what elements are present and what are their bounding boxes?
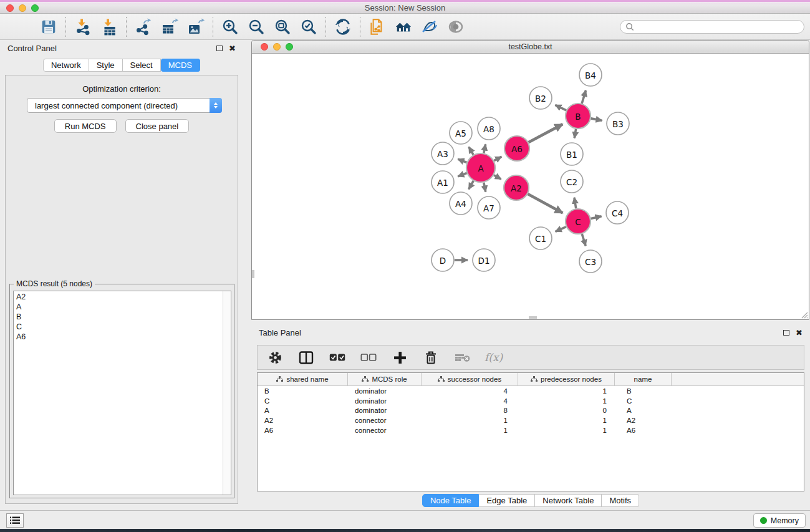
import-network-button[interactable] <box>74 18 92 36</box>
refresh-button[interactable] <box>334 18 352 36</box>
edge-A-A8[interactable] <box>484 144 486 153</box>
result-item[interactable]: A6 <box>14 332 223 342</box>
float-panel-icon[interactable] <box>216 46 223 51</box>
table-row[interactable]: A2connector11A2 <box>258 415 804 425</box>
edge-A-A7[interactable] <box>484 183 486 192</box>
node-A5[interactable]: A5 <box>450 122 472 144</box>
minimize-window-button[interactable] <box>19 4 26 12</box>
node-A6[interactable]: A6 <box>504 136 529 161</box>
edge-A-A4[interactable] <box>469 181 474 189</box>
edge-B-B3[interactable] <box>591 118 602 120</box>
network-maximize-button[interactable] <box>286 43 293 51</box>
node-B3[interactable]: B3 <box>607 112 629 135</box>
table-row[interactable]: A6connector11A6 <box>258 425 804 435</box>
edge-A-A5[interactable] <box>469 147 473 155</box>
horizontal-scroll-mark[interactable] <box>529 316 537 319</box>
node-B2[interactable]: B2 <box>529 87 552 109</box>
edge-A6-B[interactable] <box>529 124 563 142</box>
export-network-button[interactable] <box>135 18 152 36</box>
network-window-titlebar[interactable]: testGlobe.txt <box>252 41 809 54</box>
zoom-fit-button[interactable] <box>274 18 291 36</box>
edge-C-C3[interactable] <box>582 234 586 246</box>
node-D1[interactable]: D1 <box>473 249 495 271</box>
delete-column-button[interactable] <box>422 349 440 366</box>
export-table-button[interactable] <box>161 18 178 36</box>
task-history-button[interactable] <box>6 513 24 528</box>
column-header-shared-name[interactable]: shared name <box>258 373 348 385</box>
node-A2[interactable]: A2 <box>504 175 529 200</box>
zoom-out-button[interactable] <box>248 18 265 36</box>
column-view-button[interactable] <box>297 349 315 366</box>
zoom-in-button[interactable] <box>221 18 239 36</box>
hide-labels-button[interactable] <box>421 18 438 36</box>
home-view-button[interactable] <box>395 18 412 36</box>
list-scrollbar[interactable] <box>223 291 231 495</box>
zoom-selected-button[interactable] <box>300 18 317 36</box>
node-B[interactable]: B <box>566 104 591 128</box>
run-mcds-button[interactable]: Run MCDS <box>54 119 117 133</box>
node-C1[interactable]: C1 <box>529 227 552 249</box>
node-A1[interactable]: A1 <box>432 171 454 193</box>
edge-C-C2[interactable] <box>574 198 576 209</box>
node-B4[interactable]: B4 <box>579 64 602 86</box>
node-A4[interactable]: A4 <box>450 192 472 215</box>
edge-A-A1[interactable] <box>458 173 466 176</box>
add-column-button[interactable] <box>391 349 408 366</box>
network-canvas[interactable]: AA1A2A3A4A5A6A7A8BB1B2B3B4CC1C2C3C4DD1 <box>252 54 809 319</box>
result-item[interactable]: C <box>14 322 223 332</box>
column-header-predecessor-nodes[interactable]: predecessor nodes <box>518 373 615 385</box>
edge-A2-C[interactable] <box>528 194 562 213</box>
table-row[interactable]: Bdominator41B <box>258 386 804 396</box>
function-builder-button[interactable]: f(x) <box>485 351 503 364</box>
node-C3[interactable]: C3 <box>579 250 602 273</box>
node-C2[interactable]: C2 <box>561 170 583 193</box>
node-A7[interactable]: A7 <box>478 196 500 219</box>
resize-grip-icon[interactable] <box>800 311 808 319</box>
edge-C-C1[interactable] <box>556 227 566 232</box>
maximize-window-button[interactable] <box>31 4 39 12</box>
duplicate-network-button[interactable] <box>369 18 386 36</box>
search-input[interactable] <box>637 22 799 31</box>
edge-A-A2[interactable] <box>494 175 501 180</box>
result-item[interactable]: A <box>14 302 223 312</box>
table-settings-button[interactable] <box>266 349 284 366</box>
tab-network[interactable]: Network <box>43 59 89 72</box>
node-table[interactable]: shared nameMCDS rolesuccessor nodesprede… <box>257 372 804 491</box>
result-item[interactable]: B <box>14 312 223 322</box>
tab-style[interactable]: Style <box>89 59 123 72</box>
vertical-scroll-mark[interactable] <box>252 270 254 278</box>
node-A3[interactable]: A3 <box>432 142 454 165</box>
column-header-successor-nodes[interactable]: successor nodes <box>422 373 518 385</box>
network-minimize-button[interactable] <box>273 43 281 51</box>
deselect-all-checks-button[interactable] <box>360 349 377 366</box>
node-C[interactable]: C <box>566 209 591 234</box>
table-row[interactable]: Cdominator41C <box>258 396 804 406</box>
column-header-name[interactable]: name <box>615 373 672 385</box>
node-B1[interactable]: B1 <box>561 143 583 165</box>
tab-node-table[interactable]: Node Table <box>422 494 480 507</box>
result-item[interactable]: A2 <box>14 292 223 302</box>
close-panel-button[interactable]: Close panel <box>125 119 190 133</box>
search-box[interactable] <box>620 20 804 34</box>
edge-B-B2[interactable] <box>555 105 566 110</box>
tab-network-table[interactable]: Network Table <box>535 494 602 507</box>
memory-button[interactable]: Memory <box>753 513 806 528</box>
column-header-MCDS-role[interactable]: MCDS role <box>348 373 422 385</box>
delete-table-button[interactable] <box>453 349 471 366</box>
optimization-criterion-dropdown[interactable]: largest connected component (directed) <box>27 98 222 113</box>
select-all-checks-button[interactable] <box>329 349 346 366</box>
edge-A-A6[interactable] <box>494 157 501 160</box>
close-table-panel-icon[interactable]: ✖ <box>796 329 803 337</box>
tab-select[interactable]: Select <box>123 59 161 72</box>
tab-edge-table[interactable]: Edge Table <box>479 494 535 507</box>
tab-motifs[interactable]: Motifs <box>602 494 639 507</box>
node-A8[interactable]: A8 <box>478 117 500 140</box>
float-table-panel-icon[interactable] <box>783 330 789 336</box>
node-C4[interactable]: C4 <box>606 201 629 224</box>
edge-C-C4[interactable] <box>591 216 601 219</box>
export-image-button[interactable] <box>187 18 205 36</box>
tab-mcds[interactable]: MCDS <box>161 59 200 72</box>
close-window-button[interactable] <box>6 4 14 12</box>
mcds-result-listbox[interactable]: A2ABCA6 <box>13 291 231 495</box>
save-session-button[interactable] <box>40 18 57 36</box>
